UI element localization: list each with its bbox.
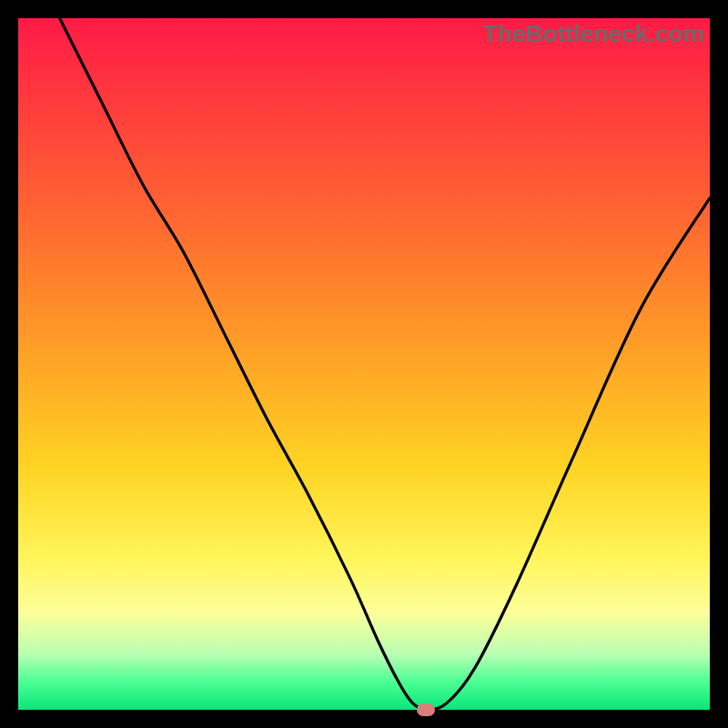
optimal-point-marker bbox=[417, 703, 435, 716]
chart-frame: TheBottleneck.com bbox=[18, 18, 710, 710]
curve-path bbox=[60, 18, 710, 710]
bottleneck-curve bbox=[18, 18, 710, 710]
